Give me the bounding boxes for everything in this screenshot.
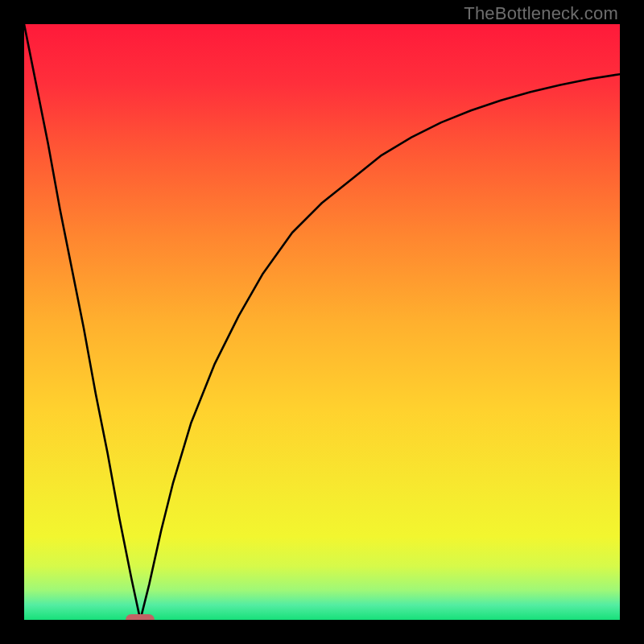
plot-area [24, 24, 620, 620]
optimum-marker [126, 614, 155, 620]
bottleneck-curve [24, 24, 620, 620]
watermark-text: TheBottleneck.com [464, 3, 618, 24]
chart-frame: TheBottleneck.com [0, 0, 644, 644]
